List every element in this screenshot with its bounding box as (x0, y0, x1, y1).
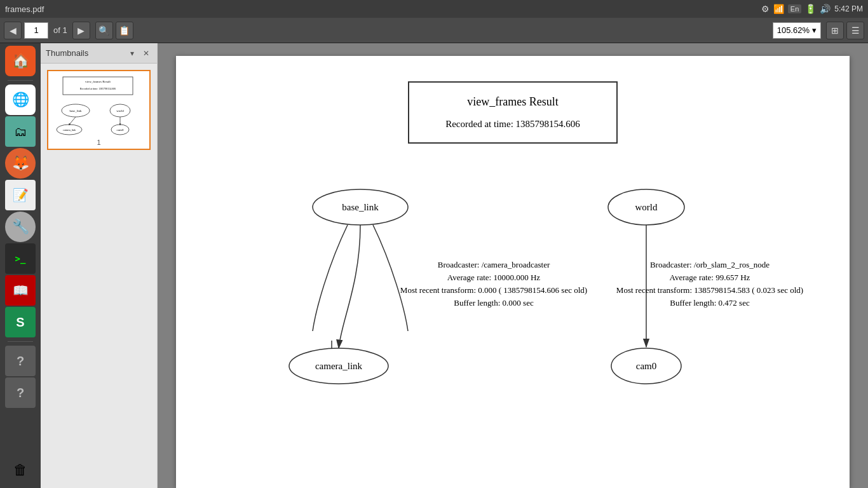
titlebar: frames.pdf ⚙ 📶 En 🔋 🔊 5:42 PM (0, 0, 868, 18)
sidebar-dropdown-button[interactable]: ▾ (126, 48, 138, 59)
thumbnail-page-1[interactable]: view_frames Result Recorded at time: 138… (47, 70, 151, 150)
pdf-viewer[interactable]: view_frames Result Recorded at time: 138… (158, 43, 868, 488)
fit-page-button[interactable]: ⊞ (826, 22, 844, 39)
settings-tray-icon[interactable]: ⚙ (761, 4, 770, 14)
chrome-icon[interactable]: 🌐 (5, 85, 36, 115)
system-tray: ⚙ 📶 En 🔋 🔊 5:42 PM (761, 4, 863, 14)
world-node-label: world (635, 202, 658, 212)
svg-text:camera_link: camera_link (63, 128, 76, 132)
camera-link-node-label: camera_link (315, 361, 363, 371)
prev-page-button[interactable]: ◀ (4, 22, 22, 39)
thumbnail-page-label: 1 (51, 139, 147, 146)
terminal-label: >_ (15, 254, 26, 264)
cam0-node-label: cam0 (636, 361, 656, 371)
pdf-recorded: Recorded at time: 1385798154.606 (428, 119, 597, 130)
next-page-button[interactable]: ▶ (72, 22, 90, 39)
thumbnail-svg: view_frames Result Recorded at time: 138… (53, 76, 142, 136)
search-button[interactable]: 🔍 (95, 22, 113, 39)
left-broadcaster-text: Broadcaster: /camera_broadcaster (438, 260, 550, 269)
thumbnail-area: view_frames Result Recorded at time: 138… (41, 64, 157, 488)
graph-svg: base_link world camera_link (214, 169, 811, 410)
thumbnail-canvas: view_frames Result Recorded at time: 138… (51, 74, 145, 137)
base-link-node-label: base_link (342, 202, 379, 212)
softcenter-label: S (16, 315, 24, 330)
softcenter-icon[interactable]: S (5, 307, 36, 337)
firefox-icon[interactable]: 🦊 (5, 148, 36, 179)
page-total-label: of 1 (51, 25, 70, 35)
settings-icon[interactable]: 🔧 (5, 212, 36, 242)
left-buffer-text: Buffer length: 0.000 sec (454, 298, 534, 308)
zoom-control[interactable]: 105.62% ▾ (773, 22, 821, 39)
menu-button[interactable]: ☰ (846, 22, 864, 39)
page-number-input[interactable] (24, 22, 48, 39)
battery-icon[interactable]: 🔋 (805, 4, 816, 14)
zoom-value: 105.62% (777, 25, 810, 35)
bookmarks-button[interactable]: 📋 (116, 22, 133, 39)
pdf-page: view_frames Result Recorded at time: 138… (176, 56, 850, 488)
lang-icon[interactable]: En (788, 4, 801, 13)
help-label: ? (17, 354, 24, 369)
svg-text:cam0: cam0 (117, 128, 124, 132)
svg-text:world: world (116, 109, 124, 112)
svg-line-11 (69, 117, 76, 125)
wifi-icon[interactable]: 📶 (773, 4, 784, 14)
taskbar-divider (8, 80, 33, 81)
help2-label: ? (17, 386, 24, 400)
svg-text:Recorded at time: 1385798154.6: Recorded at time: 1385798154.606 (80, 87, 116, 90)
right-broadcaster-text: Broadcaster: /orb_slam_2_ros_node (650, 260, 770, 269)
ebook-icon[interactable]: 📖 (5, 275, 36, 306)
toolbar: ◀ of 1 ▶ 🔍 📋 105.62% ▾ ⊞ ☰ (0, 18, 868, 43)
main-layout: 🏠 🌐 🗂 🦊 📝 🔧 >_ 📖 S ? ? (0, 43, 868, 488)
zoom-dropdown-icon: ▾ (812, 25, 817, 35)
trash-icon[interactable]: 🗑 (5, 455, 36, 485)
window-title: frames.pdf (5, 4, 761, 14)
gedit-icon[interactable]: 📝 (5, 180, 36, 210)
help-icon[interactable]: ? (5, 346, 36, 376)
sidebar-close-button[interactable]: ✕ (140, 48, 152, 59)
pdf-title: view_frames Result (428, 95, 597, 109)
right-avgrate-text: Average rate: 99.657 Hz (670, 273, 750, 282)
taskbar-divider-2 (8, 341, 33, 342)
sidebar-title: Thumbnails (46, 48, 124, 58)
right-buffer-text: Buffer length: 0.472 sec (670, 298, 750, 308)
sidebar-panel: Thumbnails ▾ ✕ view_frames Result Record… (41, 43, 158, 488)
left-avgrate-text: Average rate: 10000.000 Hz (447, 273, 541, 282)
right-recent-text: Most recent transform: 1385798154.583 ( … (616, 285, 803, 295)
clock: 5:42 PM (834, 4, 863, 13)
volume-icon[interactable]: 🔊 (820, 4, 831, 14)
pdf-title-box: view_frames Result Recorded at time: 138… (408, 81, 618, 144)
taskbar: 🏠 🌐 🗂 🦊 📝 🔧 >_ 📖 S ? ? (0, 43, 41, 488)
terminal-icon[interactable]: >_ (5, 243, 36, 274)
sidebar-header: Thumbnails ▾ ✕ (41, 43, 157, 64)
left-recent-text: Most recent transform: 0.000 ( 138579815… (400, 285, 587, 295)
svg-text:view_frames Result: view_frames Result (85, 80, 111, 83)
graph-container: base_link world camera_link (214, 169, 811, 410)
svg-text:base_link: base_link (69, 109, 82, 112)
help2-icon[interactable]: ? (5, 377, 36, 408)
files-icon[interactable]: 🗂 (5, 116, 36, 147)
ubuntu-icon[interactable]: 🏠 (5, 46, 36, 76)
